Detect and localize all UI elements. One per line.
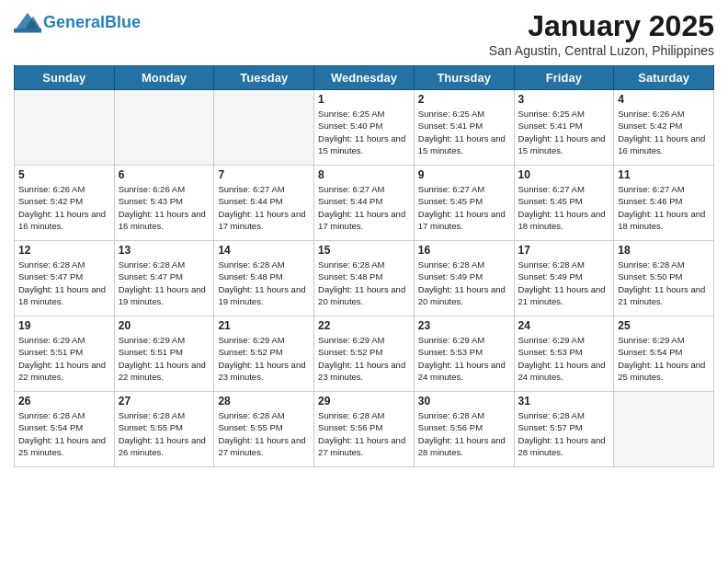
day-number: 19: [18, 319, 110, 332]
day-info: Sunrise: 6:29 AM Sunset: 5:51 PM Dayligh…: [18, 334, 110, 383]
day-number: 16: [418, 244, 510, 257]
day-number: 26: [18, 395, 110, 408]
day-info: Sunrise: 6:29 AM Sunset: 5:53 PM Dayligh…: [518, 334, 610, 383]
calendar-cell: 1Sunrise: 6:25 AM Sunset: 5:40 PM Daylig…: [314, 90, 415, 166]
day-number: 25: [618, 319, 710, 332]
day-info: Sunrise: 6:28 AM Sunset: 5:49 PM Dayligh…: [418, 259, 510, 307]
calendar-cell: 11Sunrise: 6:27 AM Sunset: 5:46 PM Dayli…: [614, 166, 714, 241]
week-row-2: 5Sunrise: 6:26 AM Sunset: 5:42 PM Daylig…: [15, 166, 714, 241]
day-number: 20: [119, 319, 210, 332]
day-header-sunday: Sunday: [15, 66, 115, 90]
header-row: SundayMondayTuesdayWednesdayThursdayFrid…: [15, 66, 714, 90]
day-info: Sunrise: 6:29 AM Sunset: 5:52 PM Dayligh…: [218, 334, 310, 383]
day-number: 27: [119, 395, 210, 408]
calendar-cell: 12Sunrise: 6:28 AM Sunset: 5:47 PM Dayli…: [15, 241, 115, 316]
day-header-friday: Friday: [514, 66, 614, 90]
calendar-cell: 22Sunrise: 6:29 AM Sunset: 5:52 PM Dayli…: [314, 316, 415, 392]
calendar-cell: 31Sunrise: 6:28 AM Sunset: 5:57 PM Dayli…: [514, 392, 614, 467]
day-number: 23: [418, 319, 510, 332]
day-number: 7: [218, 168, 310, 181]
calendar-cell: 16Sunrise: 6:28 AM Sunset: 5:49 PM Dayli…: [414, 241, 514, 316]
calendar-cell: 17Sunrise: 6:28 AM Sunset: 5:49 PM Dayli…: [514, 241, 614, 316]
day-number: 2: [418, 93, 510, 106]
day-number: 13: [119, 244, 210, 257]
day-number: 14: [218, 244, 310, 257]
calendar-cell: 10Sunrise: 6:27 AM Sunset: 5:45 PM Dayli…: [514, 166, 614, 241]
day-number: 21: [218, 319, 310, 332]
day-info: Sunrise: 6:27 AM Sunset: 5:44 PM Dayligh…: [318, 183, 410, 232]
calendar-cell: 8Sunrise: 6:27 AM Sunset: 5:44 PM Daylig…: [314, 166, 415, 241]
day-header-tuesday: Tuesday: [214, 66, 314, 90]
day-number: 29: [318, 395, 410, 408]
day-number: 1: [318, 93, 410, 106]
header: GeneralBlue January 2025 San Agustin, Ce…: [14, 9, 714, 58]
day-number: 31: [518, 395, 610, 408]
calendar-table: SundayMondayTuesdayWednesdayThursdayFrid…: [14, 65, 714, 467]
day-info: Sunrise: 6:28 AM Sunset: 5:55 PM Dayligh…: [218, 409, 310, 458]
day-number: 11: [618, 168, 710, 181]
calendar-cell: [614, 392, 714, 467]
day-number: 30: [418, 395, 510, 408]
day-number: 22: [318, 319, 410, 332]
day-header-monday: Monday: [114, 66, 214, 90]
calendar-cell: 24Sunrise: 6:29 AM Sunset: 5:53 PM Dayli…: [514, 316, 614, 392]
subtitle: San Agustin, Central Luzon, Philippines: [489, 43, 714, 58]
calendar-cell: 20Sunrise: 6:29 AM Sunset: 5:51 PM Dayli…: [114, 316, 214, 392]
day-number: 12: [18, 244, 110, 257]
day-number: 4: [618, 93, 710, 106]
day-info: Sunrise: 6:29 AM Sunset: 5:51 PM Dayligh…: [119, 334, 210, 383]
day-number: 15: [318, 244, 410, 257]
calendar-cell: 7Sunrise: 6:27 AM Sunset: 5:44 PM Daylig…: [214, 166, 314, 241]
day-info: Sunrise: 6:28 AM Sunset: 5:47 PM Dayligh…: [18, 259, 110, 307]
day-number: 24: [518, 319, 610, 332]
month-title: January 2025: [489, 9, 714, 43]
calendar-cell: 19Sunrise: 6:29 AM Sunset: 5:51 PM Dayli…: [15, 316, 115, 392]
calendar-cell: 30Sunrise: 6:28 AM Sunset: 5:56 PM Dayli…: [414, 392, 514, 467]
title-section: January 2025 San Agustin, Central Luzon,…: [489, 9, 714, 58]
calendar-cell: 27Sunrise: 6:28 AM Sunset: 5:55 PM Dayli…: [114, 392, 214, 467]
day-info: Sunrise: 6:25 AM Sunset: 5:41 PM Dayligh…: [518, 108, 610, 156]
day-info: Sunrise: 6:25 AM Sunset: 5:41 PM Dayligh…: [418, 108, 510, 156]
calendar-cell: 4Sunrise: 6:26 AM Sunset: 5:42 PM Daylig…: [614, 90, 714, 166]
logo-icon: [14, 9, 41, 37]
calendar-cell: [114, 90, 214, 166]
calendar-page: GeneralBlue January 2025 San Agustin, Ce…: [0, 0, 728, 477]
day-info: Sunrise: 6:28 AM Sunset: 5:48 PM Dayligh…: [218, 259, 310, 307]
calendar-cell: 9Sunrise: 6:27 AM Sunset: 5:45 PM Daylig…: [414, 166, 514, 241]
calendar-cell: 2Sunrise: 6:25 AM Sunset: 5:41 PM Daylig…: [414, 90, 514, 166]
day-info: Sunrise: 6:26 AM Sunset: 5:42 PM Dayligh…: [18, 183, 110, 232]
calendar-cell: 6Sunrise: 6:26 AM Sunset: 5:43 PM Daylig…: [114, 166, 214, 241]
svg-rect-3: [14, 29, 41, 33]
day-info: Sunrise: 6:28 AM Sunset: 5:49 PM Dayligh…: [518, 259, 610, 307]
day-number: 5: [18, 168, 110, 181]
day-info: Sunrise: 6:25 AM Sunset: 5:40 PM Dayligh…: [318, 108, 410, 156]
calendar-cell: 26Sunrise: 6:28 AM Sunset: 5:54 PM Dayli…: [15, 392, 115, 467]
day-info: Sunrise: 6:28 AM Sunset: 5:55 PM Dayligh…: [119, 409, 210, 458]
calendar-cell: [214, 90, 314, 166]
logo-text: GeneralBlue: [43, 14, 141, 32]
day-info: Sunrise: 6:26 AM Sunset: 5:42 PM Dayligh…: [618, 108, 710, 156]
day-header-saturday: Saturday: [614, 66, 714, 90]
logo: GeneralBlue: [14, 9, 141, 37]
day-number: 6: [119, 168, 210, 181]
day-number: 17: [518, 244, 610, 257]
calendar-cell: 21Sunrise: 6:29 AM Sunset: 5:52 PM Dayli…: [214, 316, 314, 392]
week-row-5: 26Sunrise: 6:28 AM Sunset: 5:54 PM Dayli…: [15, 392, 714, 467]
day-info: Sunrise: 6:28 AM Sunset: 5:54 PM Dayligh…: [18, 409, 110, 458]
day-number: 9: [418, 168, 510, 181]
calendar-cell: 23Sunrise: 6:29 AM Sunset: 5:53 PM Dayli…: [414, 316, 514, 392]
day-info: Sunrise: 6:28 AM Sunset: 5:56 PM Dayligh…: [318, 409, 410, 458]
calendar-cell: 29Sunrise: 6:28 AM Sunset: 5:56 PM Dayli…: [314, 392, 415, 467]
day-number: 28: [218, 395, 310, 408]
calendar-cell: 13Sunrise: 6:28 AM Sunset: 5:47 PM Dayli…: [114, 241, 214, 316]
calendar-cell: 25Sunrise: 6:29 AM Sunset: 5:54 PM Dayli…: [614, 316, 714, 392]
day-info: Sunrise: 6:28 AM Sunset: 5:57 PM Dayligh…: [518, 409, 610, 458]
calendar-cell: 14Sunrise: 6:28 AM Sunset: 5:48 PM Dayli…: [214, 241, 314, 316]
day-info: Sunrise: 6:28 AM Sunset: 5:47 PM Dayligh…: [119, 259, 210, 307]
calendar-cell: 5Sunrise: 6:26 AM Sunset: 5:42 PM Daylig…: [15, 166, 115, 241]
calendar-body: 1Sunrise: 6:25 AM Sunset: 5:40 PM Daylig…: [15, 90, 714, 467]
day-number: 3: [518, 93, 610, 106]
day-info: Sunrise: 6:26 AM Sunset: 5:43 PM Dayligh…: [119, 183, 210, 232]
day-header-thursday: Thursday: [414, 66, 514, 90]
calendar-cell: 15Sunrise: 6:28 AM Sunset: 5:48 PM Dayli…: [314, 241, 415, 316]
